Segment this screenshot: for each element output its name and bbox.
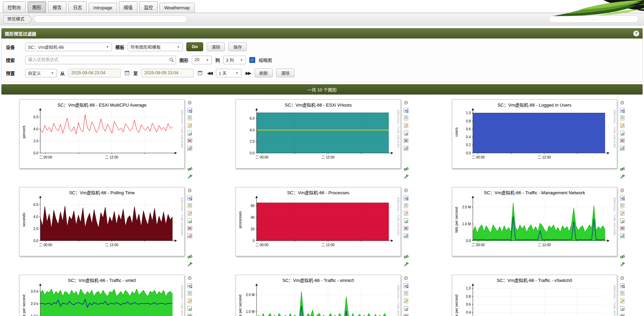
realtime-icon[interactable]	[403, 145, 409, 151]
graph-panel[interactable]: SC：Vm虚拟机-66 - Traffic - vSwitch00.00.20.…	[452, 275, 617, 316]
graph-panel[interactable]: SC：Vm虚拟机-66 - Logged in Users0.00.20.40.…	[452, 99, 617, 168]
csv-icon[interactable]	[620, 203, 625, 208]
image-x-icon[interactable]	[620, 138, 625, 143]
image-x-icon[interactable]	[187, 225, 193, 231]
image-x-icon[interactable]	[620, 313, 625, 316]
page-wrench-icon[interactable]	[620, 305, 625, 311]
zoom-icon[interactable]	[403, 195, 409, 201]
zoom-icon[interactable]	[403, 107, 409, 113]
gear-icon[interactable]: ⚙	[620, 275, 625, 281]
page-wrench-icon[interactable]	[403, 218, 409, 224]
graph-panel[interactable]: SC：Vm虚拟机-66 - Processes0204060二 00:00二 1…	[236, 187, 401, 256]
graph-image[interactable]: 0.02.04.06.0二 00:00二 12:00	[237, 108, 399, 165]
page-wrench-icon[interactable]	[620, 130, 625, 136]
page-wrench-icon[interactable]	[187, 218, 193, 224]
tab-阈值[interactable]: 阈值	[119, 1, 137, 13]
gear-icon[interactable]: ⚙	[187, 275, 193, 281]
graphs-count-select[interactable]: 20 ▼	[192, 56, 212, 64]
source-icon[interactable]	[403, 210, 409, 216]
template-select[interactable]: 所有图形和模板 ▼	[128, 43, 183, 51]
status-pill[interactable]: -	[549, 15, 638, 23]
tab-日志[interactable]: 日志	[68, 1, 87, 13]
graph-image[interactable]: 0.00.20.40.60.81.0二 00:00二 12:00users	[454, 108, 615, 165]
graph-image[interactable]: 0.01.0 M2.0 M二 00:00二 12:00bits per seco…	[237, 283, 399, 316]
wrench-icon[interactable]	[620, 261, 625, 267]
shift-back-button[interactable]: ◀◀	[206, 70, 212, 76]
zoom-icon[interactable]	[620, 283, 625, 288]
breadcrumb[interactable]: 预览模式	[3, 15, 30, 23]
gear-icon[interactable]: ⚙	[403, 275, 409, 281]
tab-Intropage[interactable]: Intropage	[89, 3, 117, 13]
image-x-icon[interactable]	[187, 138, 193, 143]
source-icon[interactable]	[620, 122, 625, 128]
page-wrench-icon[interactable]	[403, 305, 409, 311]
columns-select[interactable]: 3 列 ▼	[223, 56, 246, 64]
csv-icon[interactable]	[620, 290, 625, 296]
wrench-icon[interactable]	[187, 261, 193, 267]
csv-icon[interactable]	[187, 203, 193, 208]
zoom-icon[interactable]	[620, 195, 625, 201]
graph-image[interactable]: 0.00.20.40.60.81.0二 00:00二 12:00bits per…	[454, 283, 615, 316]
page-wrench-icon[interactable]	[620, 218, 625, 224]
realtime-icon[interactable]	[403, 233, 409, 239]
help-icon[interactable]: ?	[633, 31, 639, 36]
graph-image[interactable]: 0.01.0 k2.0 k3.0 k二 00:00二 12:00bits per…	[21, 283, 183, 316]
realtime-icon[interactable]	[620, 145, 625, 151]
go-button[interactable]: Go	[186, 42, 203, 51]
search-input[interactable]	[25, 56, 176, 64]
page-wrench-icon[interactable]	[187, 305, 193, 311]
realtime-icon[interactable]	[187, 145, 193, 151]
csv-icon[interactable]	[403, 290, 409, 296]
realtime-icon[interactable]	[620, 233, 625, 239]
wrench-icon[interactable]	[403, 261, 409, 267]
gear-icon[interactable]: ⚙	[187, 100, 193, 106]
gear-icon[interactable]: ⚙	[403, 100, 409, 106]
zoom-icon[interactable]	[187, 107, 193, 113]
tab-报告[interactable]: 报告	[48, 1, 66, 13]
graph-panel[interactable]: SC：Vm虚拟机-66 - Traffic - vmk00.01.0 k2.0 …	[19, 275, 185, 316]
source-icon[interactable]	[187, 298, 193, 304]
gear-icon[interactable]: ⚙	[187, 187, 193, 193]
image-x-icon[interactable]	[187, 313, 193, 316]
gear-icon[interactable]: ⚙	[403, 187, 409, 193]
eye-slash-icon[interactable]	[620, 254, 625, 260]
search-icon[interactable]	[169, 57, 174, 63]
wrench-icon[interactable]	[620, 174, 625, 179]
gear-icon[interactable]: ⚙	[620, 100, 625, 106]
graph-image[interactable]: 0.01.0 M2.0 M二 00:00二 12:00bits per seco…	[454, 195, 615, 253]
csv-icon[interactable]	[403, 203, 409, 208]
graph-image[interactable]: 0204060二 00:00二 12:00processes	[237, 195, 399, 253]
graph-panel[interactable]: SC：Vm虚拟机-66 - ESXi VHosts0.02.04.06.0二 0…	[236, 99, 401, 168]
csv-icon[interactable]	[187, 115, 193, 121]
graph-panel[interactable]: SC：Vm虚拟机-66 - Traffic - vmnic00.01.0 M2.…	[236, 275, 401, 316]
tab-图形[interactable]: 图形	[28, 1, 46, 13]
gear-icon[interactable]: ⚙	[620, 187, 625, 193]
save-button[interactable]: 保存	[228, 42, 247, 51]
graph-panel[interactable]: SC：Vm虚拟机-66 - ESXi MultiCPU Average0.02.…	[19, 99, 185, 168]
preset-select[interactable]: 自定义 ▼	[25, 69, 57, 77]
to-date-input[interactable]	[141, 69, 194, 77]
quick-filter-input[interactable]	[34, 15, 187, 23]
image-x-icon[interactable]	[403, 313, 409, 316]
eye-slash-icon[interactable]	[187, 166, 193, 172]
from-date-input[interactable]	[68, 69, 121, 77]
shift-forward-button[interactable]: ▶▶	[245, 70, 251, 76]
calendar-icon[interactable]	[124, 70, 130, 76]
eye-slash-icon[interactable]	[403, 254, 409, 260]
source-icon[interactable]	[187, 210, 193, 216]
tab-监控[interactable]: 监控	[139, 1, 158, 13]
graph-image[interactable]: 0.02.04.06.0二 00:00二 12:00seconds	[21, 195, 183, 253]
zoom-icon[interactable]	[187, 195, 193, 201]
eye-slash-icon[interactable]	[187, 254, 193, 260]
clear-button[interactable]: 清除	[207, 42, 225, 51]
zoom-icon[interactable]	[187, 283, 193, 288]
interval-select[interactable]: 1 天 ▼	[216, 69, 241, 77]
wrench-icon[interactable]	[403, 174, 409, 179]
refresh-button[interactable]: 刷新	[255, 68, 273, 77]
eye-slash-icon[interactable]	[620, 166, 625, 172]
source-icon[interactable]	[187, 122, 193, 128]
image-x-icon[interactable]	[403, 138, 409, 143]
image-x-icon[interactable]	[620, 225, 625, 231]
csv-icon[interactable]	[403, 115, 409, 121]
csv-icon[interactable]	[620, 115, 625, 121]
